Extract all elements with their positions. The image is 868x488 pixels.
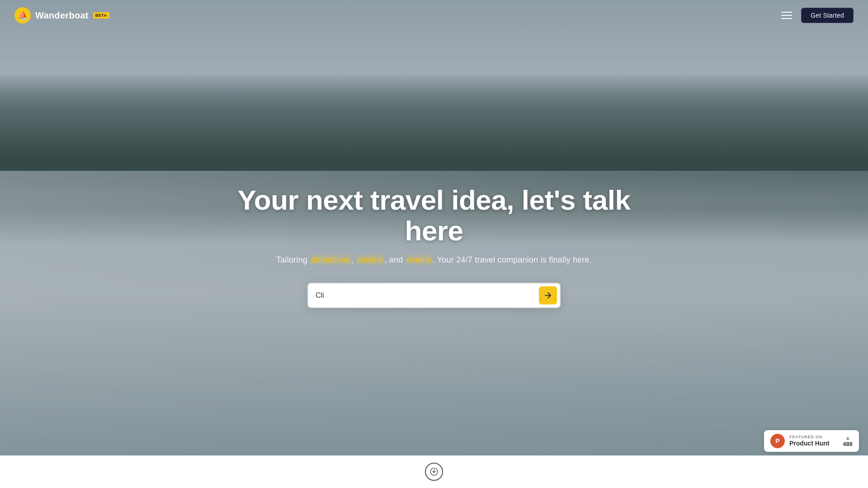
search-container xyxy=(231,283,637,308)
product-hunt-name: Product Hunt xyxy=(789,440,838,447)
product-hunt-votes: ▲ 486 xyxy=(843,435,853,447)
search-input[interactable] xyxy=(316,291,539,300)
arrow-right-icon xyxy=(544,291,552,300)
get-started-button[interactable]: Get Started xyxy=(801,8,854,23)
navbar-brand: ⛵ Wanderboat BETA xyxy=(14,7,109,23)
hero-section: ⛵ Wanderboat BETA Get Started Your next … xyxy=(0,0,868,488)
beta-badge: BETA xyxy=(93,12,109,19)
download-icon xyxy=(430,468,438,476)
logo-emoji: ⛵ xyxy=(18,10,28,20)
subtitle-comma1: , xyxy=(351,255,355,264)
search-submit-button[interactable] xyxy=(539,286,557,305)
bottom-bar xyxy=(0,455,868,488)
subtitle-prefix: Tailoring xyxy=(276,255,310,264)
upvote-icon: ▲ xyxy=(845,435,850,441)
hamburger-line-3 xyxy=(781,18,792,19)
hero-subtitle: Tailoring attractions, cuisine, and even… xyxy=(231,255,637,265)
subtitle-keyword-cuisine: cuisine xyxy=(356,255,384,265)
menu-button[interactable] xyxy=(779,10,794,21)
product-hunt-badge[interactable]: P FEATURED ON Product Hunt ▲ 486 xyxy=(764,430,859,452)
search-bar xyxy=(307,283,561,308)
subtitle-comma2: , and xyxy=(384,255,405,264)
product-hunt-logo: P xyxy=(770,434,785,448)
hero-title: Your next travel idea, let's talk here xyxy=(231,185,637,246)
vote-count: 486 xyxy=(843,441,853,447)
scroll-down-button[interactable] xyxy=(425,463,443,481)
product-hunt-featured-label: FEATURED ON xyxy=(789,435,838,439)
navbar: ⛵ Wanderboat BETA Get Started xyxy=(0,0,868,31)
hamburger-line-2 xyxy=(781,15,792,16)
navbar-actions: Get Started xyxy=(779,8,854,23)
subtitle-suffix: . Your 24/7 travel companion is finally … xyxy=(433,255,592,264)
brand-name: Wanderboat xyxy=(35,10,89,21)
product-hunt-content: FEATURED ON Product Hunt xyxy=(789,435,838,447)
subtitle-keyword-events: events xyxy=(405,255,432,265)
logo-icon: ⛵ xyxy=(14,7,31,23)
hero-content: Your next travel idea, let's talk here T… xyxy=(231,185,637,308)
subtitle-keyword-attractions: attractions xyxy=(310,255,351,265)
hamburger-line-1 xyxy=(781,12,792,13)
